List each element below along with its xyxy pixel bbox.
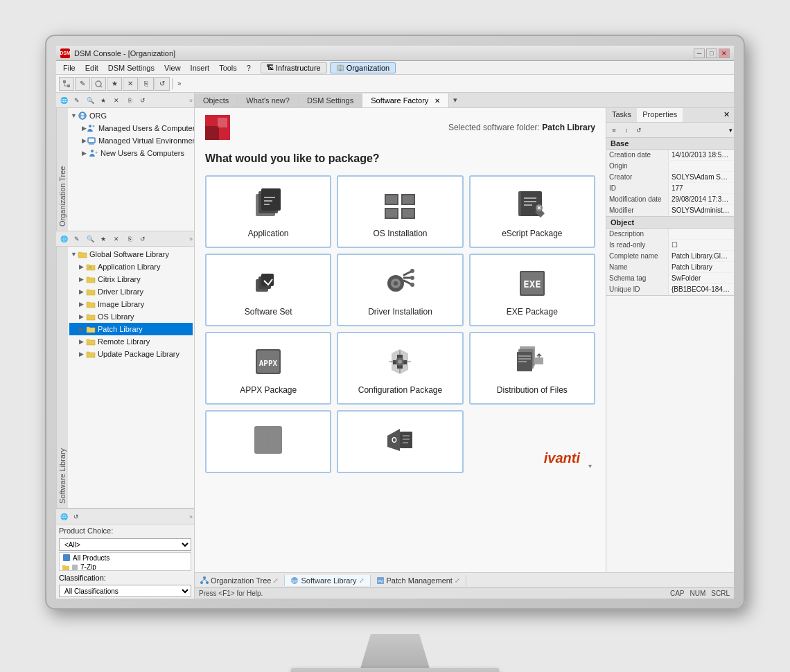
tree-citrix-lib[interactable]: ▶ Citrix Library xyxy=(69,273,193,285)
tab-dsm-settings[interactable]: DSM Settings xyxy=(299,94,362,107)
tile-escript[interactable]: eScript Package xyxy=(469,175,595,248)
menu-view[interactable]: View xyxy=(160,62,185,73)
svg-rect-65 xyxy=(400,432,412,448)
tab-whats-new[interactable]: What's new? xyxy=(238,94,299,107)
tree-app-lib[interactable]: ▶ A Application Library xyxy=(69,260,193,273)
tb-org-icon[interactable] xyxy=(59,77,74,91)
tree-remote-lib[interactable]: ▶ Remote Library xyxy=(69,335,193,348)
props-tb-btn2[interactable]: ↕ xyxy=(620,125,633,136)
org-tb-btn6[interactable]: ⎘ xyxy=(123,95,136,106)
sw-tb-btn5[interactable]: ✕ xyxy=(110,233,123,245)
scrl-indicator: SCRL xyxy=(711,590,730,597)
nav-software-library[interactable]: SW Software Library ⤢ xyxy=(285,575,370,586)
svg-rect-61 xyxy=(257,429,267,439)
properties-tab[interactable]: Properties xyxy=(637,108,683,122)
sf-tab-close[interactable]: ✕ xyxy=(434,97,440,105)
new-users-icon: + xyxy=(89,148,98,158)
props-close[interactable]: ✕ xyxy=(719,108,734,122)
org-tb-more[interactable]: » xyxy=(189,97,193,104)
patch-tb-more[interactable]: » xyxy=(189,513,193,520)
tb-delete-btn[interactable]: ✕ xyxy=(123,77,138,91)
menu-dsm-settings[interactable]: DSM Settings xyxy=(104,62,159,73)
tree-patch-lib[interactable]: ▶ Patch Library xyxy=(69,323,193,335)
tab-dropdown-btn[interactable]: ▾ xyxy=(449,93,462,107)
tree-new-users[interactable]: ▶ + New Users & Computers xyxy=(69,147,193,159)
menu-file[interactable]: File xyxy=(59,62,80,73)
tb-btn2[interactable]: ✎ xyxy=(75,77,90,91)
tile-software-set[interactable]: Software Set xyxy=(205,254,331,326)
tree-global-sw[interactable]: ▼ Global Software Library xyxy=(69,248,193,260)
prop-unique-id: Unique ID {BB1BEC04-1843-46... xyxy=(606,284,734,295)
svg-text:SW: SW xyxy=(292,579,299,583)
org-tb-btn2[interactable]: ✎ xyxy=(71,95,83,106)
tile-application[interactable]: Application xyxy=(205,175,331,248)
sw-tb-more[interactable]: » xyxy=(189,236,193,242)
org-tb-btn3[interactable]: 🔍 xyxy=(84,95,96,106)
tasks-tab[interactable]: Tasks xyxy=(606,108,637,122)
org-tree-label: Organization Tree xyxy=(56,108,68,231)
close-button[interactable]: ✕ xyxy=(719,48,730,58)
props-tb-more[interactable]: ▾ xyxy=(729,127,732,134)
tile-exe-package[interactable]: EXE EXE Package xyxy=(469,254,595,326)
tree-update-lib[interactable]: ▶ Update Package Library xyxy=(69,348,193,360)
object-section: Object Description Is read-only ☐ xyxy=(606,217,734,296)
props-tb-btn1[interactable]: ≡ xyxy=(608,125,620,136)
classification-dropdown[interactable]: All Classifications xyxy=(59,585,191,597)
tb-btn3[interactable] xyxy=(91,77,106,91)
org-tb-btn1[interactable]: 🌐 xyxy=(58,95,70,106)
tile-os-installation[interactable]: OS Installation xyxy=(337,175,463,248)
tb-more[interactable]: » xyxy=(175,80,184,87)
patch-tb-btn2[interactable]: ↺ xyxy=(70,511,82,522)
tb-refresh-btn[interactable]: ↺ xyxy=(155,77,170,91)
tree-managed-users[interactable]: ▶ Managed Users & Computers xyxy=(69,122,193,134)
sw-tb-btn2[interactable]: ✎ xyxy=(71,233,83,245)
tree-os-lib[interactable]: ▶ OS Library xyxy=(69,310,193,323)
sw-tb-refresh[interactable]: ↺ xyxy=(137,233,149,245)
sw-tb-btn3[interactable]: 🔍 xyxy=(84,233,96,245)
tree-driver-lib[interactable]: ▶ Driver Library xyxy=(69,285,193,298)
patch-list-item-7zip[interactable]: 7-Zip xyxy=(60,563,191,571)
tree-managed-virtual[interactable]: ▶ Managed Virtual Environments xyxy=(69,134,193,147)
nav-patch-mgmt[interactable]: PM Patch Management ⤢ xyxy=(371,575,466,586)
patch-tb-btn1[interactable]: 🌐 xyxy=(58,511,70,522)
tile-configuration-package[interactable]: Configuration Package xyxy=(337,332,463,405)
tab-software-factory[interactable]: Software Factory ✕ xyxy=(362,94,449,107)
svg-point-44 xyxy=(410,269,414,273)
tb-btn4[interactable]: ★ xyxy=(107,77,122,91)
nav-org-tree[interactable]: Organization Tree ⤢ xyxy=(195,575,285,586)
title-bar: DSM DSM Console - [Organization] ─ □ ✕ xyxy=(56,46,734,61)
org-tb-btn4[interactable]: ★ xyxy=(97,95,109,106)
menu-insert[interactable]: Insert xyxy=(186,62,214,73)
menu-edit[interactable]: Edit xyxy=(81,62,103,73)
infrastructure-tab[interactable]: 🏗 Infrastructure xyxy=(261,62,327,73)
menu-tools[interactable]: Tools xyxy=(215,62,241,73)
product-choice-dropdown[interactable]: <All> xyxy=(59,538,191,551)
os-folder-icon xyxy=(86,312,96,321)
minimize-button[interactable]: ─ xyxy=(694,48,705,58)
folder-sm-icon xyxy=(62,564,69,571)
menu-help[interactable]: ? xyxy=(243,62,255,73)
org-tb-refresh[interactable]: ↺ xyxy=(137,95,149,106)
svg-rect-64 xyxy=(270,441,279,451)
sw-tb-btn6[interactable]: ⎘ xyxy=(123,233,136,245)
organization-tab[interactable]: 🏢 Organization xyxy=(330,62,396,73)
tile-distribution-of-files[interactable]: Distribution of Files xyxy=(469,332,595,405)
maximize-button[interactable]: □ xyxy=(706,48,717,58)
tile-driver-installation[interactable]: Driver Installation xyxy=(337,254,463,326)
sw-tb-btn1[interactable]: 🌐 xyxy=(58,233,70,245)
sw-tb-btn4[interactable]: ★ xyxy=(97,233,109,245)
props-tb-refresh[interactable]: ↺ xyxy=(633,125,645,136)
tile-office[interactable]: O xyxy=(337,410,463,473)
tb-copy-btn[interactable]: ⎘ xyxy=(139,77,154,91)
distribution-of-files-icon xyxy=(514,344,550,380)
tab-objects[interactable]: Objects xyxy=(195,94,238,107)
tree-org-root[interactable]: ▼ ORG xyxy=(69,109,193,122)
org-tb-btn5[interactable]: ✕ xyxy=(110,95,123,106)
patch-list-item-all[interactable]: All Products xyxy=(60,553,191,563)
tile-unknown1[interactable] xyxy=(205,410,331,473)
svg-rect-29 xyxy=(403,195,414,204)
tree-image-lib[interactable]: ▶ Image Library xyxy=(69,298,193,310)
tile-appx-package[interactable]: APPX APPX Package xyxy=(205,332,331,405)
sw-lib-nav-icon: SW xyxy=(290,576,299,585)
sidebar: 🌐 ✎ 🔍 ★ ✕ ⎘ ↺ » Organization Tree xyxy=(56,93,195,599)
